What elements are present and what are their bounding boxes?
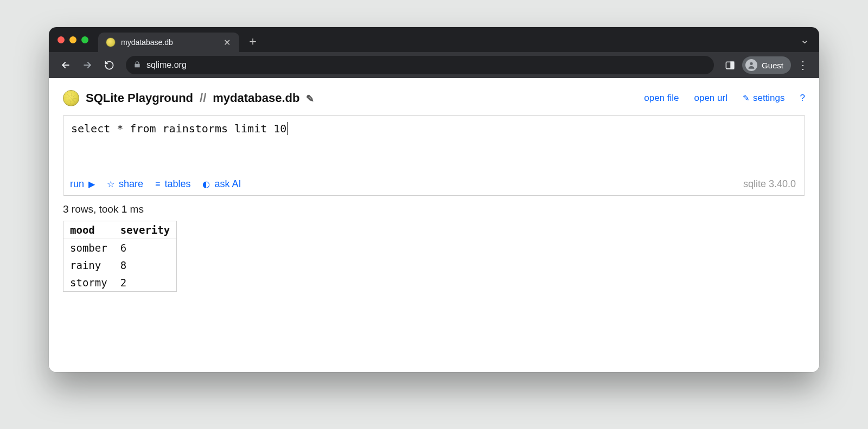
open-url-link[interactable]: open url — [694, 93, 727, 104]
window-close-button[interactable] — [58, 36, 65, 43]
browser-chrome: mydatabase.db ✕ ＋ ⌄ sqlime.org — [49, 27, 819, 78]
rename-db-button[interactable]: ✎ — [306, 93, 314, 105]
results-body: somber6rainy8stormy2 — [63, 239, 177, 292]
text-caret — [287, 122, 288, 135]
svg-rect-1 — [731, 62, 735, 69]
table-cell: 8 — [114, 257, 177, 274]
sql-editor[interactable]: select * from rainstorms limit 10 — [63, 116, 805, 175]
list-icon: ≡ — [155, 180, 160, 189]
nav-reload-button[interactable] — [100, 56, 118, 74]
header-links: open file open url ✎settings ? — [644, 93, 805, 104]
app-title: SQLite Playground — [86, 91, 193, 105]
browser-menu-button[interactable]: ⋮ — [794, 59, 812, 72]
window-minimize-button[interactable] — [69, 36, 76, 43]
globe-icon: ◐ — [202, 180, 210, 189]
arrow-right-icon — [82, 60, 93, 71]
arrow-left-icon — [60, 60, 71, 71]
title-separator: // — [200, 91, 206, 105]
person-icon — [747, 61, 756, 69]
address-bar[interactable]: sqlime.org — [126, 56, 714, 74]
avatar-icon — [745, 59, 757, 71]
side-panel-icon — [725, 60, 735, 71]
app-logo — [63, 90, 79, 106]
tab-strip: mydatabase.db ✕ ＋ ⌄ — [49, 27, 819, 52]
query-status: 3 rows, took 1 ms — [63, 203, 805, 215]
link-icon: ✎ — [743, 93, 750, 103]
tab-title: mydatabase.db — [121, 38, 217, 47]
page-content: SQLite Playground // mydatabase.db ✎ ope… — [49, 78, 819, 372]
reload-icon — [104, 60, 114, 71]
lock-icon — [133, 61, 141, 70]
browser-window: mydatabase.db ✕ ＋ ⌄ sqlime.org — [49, 27, 819, 372]
table-cell: somber — [63, 239, 114, 257]
new-tab-button[interactable]: ＋ — [244, 33, 264, 47]
lock-icon-svg — [133, 61, 141, 68]
profile-chip[interactable]: Guest — [742, 56, 791, 74]
page-title: SQLite Playground // mydatabase.db ✎ — [86, 91, 314, 105]
tab-search-button[interactable]: ⌄ — [800, 33, 814, 46]
help-link[interactable]: ? — [800, 93, 805, 104]
svg-point-2 — [750, 62, 752, 65]
table-cell: 6 — [114, 239, 177, 257]
settings-link[interactable]: ✎settings — [743, 93, 785, 104]
page-header: SQLite Playground // mydatabase.db ✎ ope… — [63, 90, 805, 106]
window-controls — [54, 36, 94, 43]
sql-editor-content: select * from rainstorms limit 10 — [71, 122, 286, 135]
editor-panel: select * from rainstorms limit 10 run ▶ … — [63, 115, 805, 196]
table-row: rainy8 — [63, 257, 177, 274]
browser-tab[interactable]: mydatabase.db ✕ — [98, 33, 239, 52]
browser-toolbar: sqlime.org Guest ⋮ — [49, 52, 819, 78]
table-cell: stormy — [63, 274, 114, 292]
window-zoom-button[interactable] — [81, 36, 88, 43]
tab-favicon — [106, 37, 116, 47]
ask-ai-button[interactable]: ◐ ask AI — [202, 178, 241, 190]
table-row: stormy2 — [63, 274, 177, 292]
nav-back-button[interactable] — [56, 56, 75, 74]
profile-label: Guest — [762, 61, 783, 70]
run-button[interactable]: run ▶ — [70, 178, 95, 190]
play-icon: ▶ — [88, 180, 95, 189]
results-column-header: severity — [114, 221, 177, 239]
tables-button[interactable]: ≡ tables — [155, 178, 190, 190]
tab-close-button[interactable]: ✕ — [222, 37, 232, 48]
database-name: mydatabase.db — [213, 91, 299, 105]
open-file-link[interactable]: open file — [644, 93, 679, 104]
star-icon: ☆ — [107, 180, 114, 189]
results-header-row: moodseverity — [63, 221, 177, 239]
results-table: moodseverity somber6rainy8stormy2 — [63, 221, 177, 292]
table-cell: rainy — [63, 257, 114, 274]
table-row: somber6 — [63, 239, 177, 257]
nav-forward-button[interactable] — [78, 56, 97, 74]
editor-toolbar: run ▶ ☆ share ≡ tables ◐ ask AI sqlite 3… — [63, 175, 805, 195]
share-button[interactable]: ☆ share — [107, 178, 143, 190]
toolbar-right: Guest ⋮ — [722, 56, 812, 74]
side-panel-button[interactable] — [722, 56, 739, 74]
table-cell: 2 — [114, 274, 177, 292]
results-column-header: mood — [63, 221, 114, 239]
address-bar-text: sqlime.org — [146, 60, 187, 70]
sqlite-version: sqlite 3.40.0 — [743, 178, 798, 190]
